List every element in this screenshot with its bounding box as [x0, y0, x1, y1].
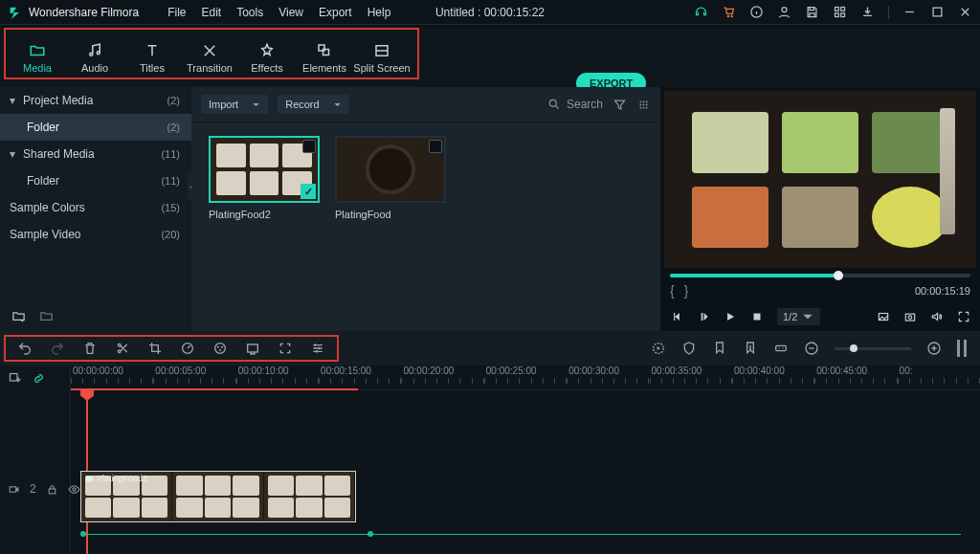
svg-point-10 [549, 100, 556, 106]
tab-media[interactable]: Media [9, 42, 66, 78]
search-field[interactable]: Search [547, 98, 603, 111]
delete-icon[interactable] [82, 341, 98, 356]
mark-out-icon[interactable]: } [684, 283, 689, 299]
import-dropdown[interactable]: Import [201, 95, 268, 114]
svg-point-16 [646, 103, 648, 105]
folder-icon[interactable] [39, 309, 54, 323]
svg-rect-32 [776, 345, 787, 350]
timeline-zoom-slider[interactable] [835, 347, 911, 350]
color-icon[interactable] [212, 341, 228, 356]
sidebar-item-sample-colors[interactable]: Sample Colors(15) [0, 194, 191, 221]
svg-point-17 [639, 106, 641, 108]
zoom-out-icon[interactable] [804, 341, 819, 356]
sidebar-item-project-media[interactable]: ▾Project Media(2) [0, 87, 191, 114]
marker-shield-icon[interactable] [681, 341, 697, 356]
svg-point-13 [646, 100, 648, 102]
split-icon[interactable] [115, 341, 130, 356]
download-icon[interactable] [860, 5, 875, 19]
preview-scrubber[interactable] [670, 274, 970, 277]
svg-point-14 [639, 103, 641, 105]
headset-icon[interactable] [694, 5, 708, 19]
menu-file[interactable]: File [167, 6, 186, 19]
maximize-icon[interactable] [930, 5, 945, 19]
account-icon[interactable] [777, 5, 791, 19]
marker-icon[interactable] [712, 341, 727, 356]
expand-icon[interactable] [278, 341, 293, 356]
film-badge-icon [429, 140, 442, 153]
minimize-icon[interactable] [902, 5, 917, 19]
grid-view-icon[interactable] [636, 98, 651, 112]
green-screen-icon[interactable] [245, 341, 260, 356]
svg-rect-3 [841, 8, 845, 11]
menu-help[interactable]: Help [368, 6, 391, 19]
sidebar-item-shared-media[interactable]: ▾Shared Media(11) [0, 141, 191, 167]
svg-rect-22 [905, 314, 914, 321]
stop-icon[interactable] [750, 310, 764, 323]
clip-thumb-1[interactable]: ✓ PlatingFood2 [209, 136, 320, 220]
preview-panel: { } 00:00:15:19 1/2 [660, 87, 980, 331]
play-icon[interactable] [724, 310, 737, 323]
svg-rect-39 [49, 488, 56, 493]
redo-icon[interactable] [50, 341, 65, 356]
filter-icon[interactable] [612, 98, 627, 112]
speed-icon[interactable] [180, 341, 195, 356]
mark-in-icon[interactable]: { [670, 283, 675, 299]
tab-elements[interactable]: Elements [296, 42, 353, 78]
tab-effects[interactable]: Effects [238, 42, 296, 78]
step-back-icon[interactable] [697, 310, 710, 323]
undo-icon[interactable] [17, 341, 33, 356]
snapshot-icon[interactable] [903, 310, 917, 323]
menu-view[interactable]: View [278, 6, 303, 19]
lock-icon[interactable] [46, 483, 58, 496]
grater-prop [940, 108, 955, 234]
keyframe-icon[interactable] [773, 341, 789, 356]
volume-icon[interactable] [930, 310, 944, 323]
crop-icon[interactable] [147, 341, 163, 356]
audio-marker-icon[interactable] [743, 341, 758, 356]
sidebar-item-folder-2[interactable]: Folder(11) [0, 167, 191, 194]
record-dropdown[interactable]: Record [278, 95, 348, 114]
clip-thumb-2[interactable]: PlatingFood [335, 136, 446, 220]
track-number: 2 [30, 482, 36, 496]
sidebar-item-folder-1[interactable]: Folder(2) [0, 114, 191, 141]
menu-tools[interactable]: Tools [236, 6, 263, 19]
quality-icon[interactable] [877, 310, 890, 323]
menu-edit[interactable]: Edit [202, 6, 222, 19]
info-icon[interactable] [749, 5, 764, 19]
tab-transition[interactable]: Transition [181, 42, 238, 78]
close-icon[interactable] [958, 5, 972, 19]
svg-point-19 [646, 106, 648, 108]
svg-rect-6 [933, 8, 942, 16]
adjust-icon[interactable] [310, 341, 325, 356]
link-icon[interactable] [32, 371, 46, 386]
main-area: ▾Project Media(2) Folder(2) ▾Shared Medi… [0, 87, 980, 331]
prev-frame-icon[interactable] [670, 310, 683, 323]
timeline-clip[interactable]: PlatingFood2 [80, 471, 356, 522]
titlebar-right [694, 5, 972, 19]
preview-viewport[interactable] [664, 91, 976, 268]
tab-split-screen[interactable]: Split Screen [353, 42, 411, 78]
fit-zoom-icon[interactable] [957, 340, 967, 357]
fullscreen-icon[interactable] [957, 310, 970, 323]
video-track[interactable]: PlatingFood2 [71, 471, 980, 522]
preview-zoom-dropdown[interactable]: 1/2 [777, 308, 820, 325]
menu-export[interactable]: Export [319, 6, 352, 19]
sidebar-item-sample-video[interactable]: Sample Video(20) [0, 221, 191, 248]
svg-rect-2 [835, 8, 839, 11]
audio-track[interactable] [80, 528, 961, 542]
cart-icon[interactable] [722, 5, 736, 19]
edit-tools-highlight [4, 335, 339, 362]
svg-point-25 [215, 343, 226, 354]
timeline-ruler[interactable]: 00:00:00:0000:00:05:0000:00:10:0000:00:1… [71, 366, 980, 390]
render-icon[interactable] [651, 341, 666, 356]
search-icon [547, 98, 561, 111]
grid-icon[interactable] [833, 5, 847, 19]
svg-rect-20 [754, 314, 761, 321]
new-folder-icon[interactable] [11, 309, 26, 323]
tab-titles[interactable]: Titles [123, 42, 181, 78]
tab-audio[interactable]: Audio [66, 42, 123, 78]
save-icon[interactable] [805, 5, 819, 19]
ruler-highlight [71, 388, 358, 390]
zoom-in-icon[interactable] [926, 341, 942, 356]
add-track-icon[interactable] [8, 371, 22, 386]
